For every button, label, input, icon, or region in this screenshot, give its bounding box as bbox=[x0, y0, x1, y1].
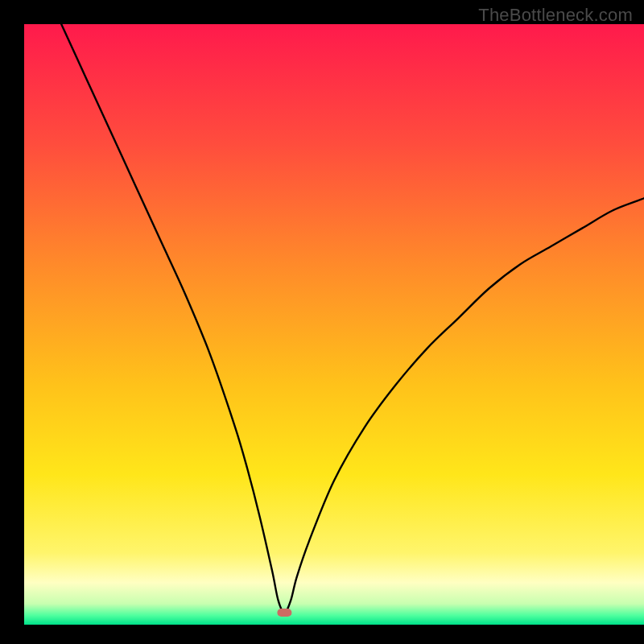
watermark-text: TheBottleneck.com bbox=[478, 5, 633, 26]
chart-svg bbox=[0, 0, 644, 644]
bottleneck-chart: TheBottleneck.com bbox=[0, 0, 644, 644]
optimal-marker bbox=[277, 609, 291, 617]
plot-area bbox=[24, 24, 644, 625]
